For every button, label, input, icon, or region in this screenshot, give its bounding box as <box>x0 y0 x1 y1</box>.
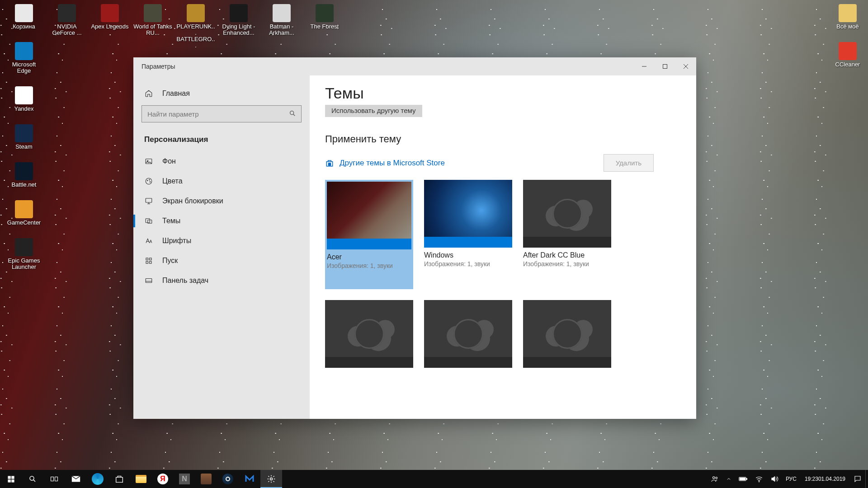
sidebar-item-background[interactable]: Фон <box>133 151 310 171</box>
svg-rect-28 <box>11 476 14 479</box>
app-icon <box>229 4 248 23</box>
store-link[interactable]: Другие темы в Microsoft Store <box>325 159 445 168</box>
theme-subtitle: Изображения: 1, звуки <box>327 262 411 269</box>
desktop-icon[interactable]: The Forest <box>304 2 345 32</box>
svg-point-8 <box>146 178 152 184</box>
app-icon <box>143 4 162 23</box>
desktop-icon[interactable]: Всё моё <box>827 2 868 32</box>
svg-point-37 <box>716 477 717 479</box>
theme-card[interactable] <box>523 300 611 368</box>
theme-name: Windows <box>424 251 512 259</box>
subtitle-banner[interactable]: Использовать другую тему <box>325 105 422 117</box>
desktop-icon-label: Корзина <box>13 23 35 30</box>
tray-volume-icon[interactable] <box>767 470 782 488</box>
desktop-icon[interactable]: World of Tanks RU... <box>132 2 173 38</box>
sidebar-home[interactable]: Главная <box>133 84 310 103</box>
theme-card[interactable] <box>424 300 512 368</box>
taskbar-app-yandex[interactable]: Я <box>152 470 174 488</box>
desktop-icon[interactable]: Dying Light - Enhanced... <box>218 2 259 38</box>
taskbar-app-settings[interactable] <box>260 470 282 488</box>
desktop-icon[interactable]: Microsoft Edge <box>4 40 44 76</box>
sidebar-item-lockscreen[interactable]: Экран блокировки <box>133 191 310 211</box>
theme-subtitle: Изображения: 1, звуки <box>523 260 611 267</box>
taskbar-app-n[interactable]: N <box>174 470 195 488</box>
titlebar[interactable]: Параметры <box>133 57 696 75</box>
show-desktop-button[interactable] <box>865 470 868 488</box>
desktop-wallpaper: КорзинаMicrosoft EdgeYandexSteamBattle.n… <box>0 0 868 488</box>
close-button[interactable] <box>675 57 696 75</box>
tray-people-icon[interactable] <box>707 470 722 488</box>
settings-content: Темы Использовать другую тему Применить … <box>310 75 696 419</box>
sidebar-item-themes[interactable]: Темы <box>133 211 310 231</box>
taskbar-app-steam[interactable] <box>217 470 239 488</box>
sidebar-item-label: Цвета <box>162 177 183 185</box>
tray-language[interactable]: РУС <box>782 470 800 488</box>
desktop-icon[interactable]: Battle.net <box>4 160 44 190</box>
theme-card[interactable] <box>325 300 413 368</box>
desktop-icon[interactable]: Steam <box>4 122 44 152</box>
svg-rect-23 <box>329 163 330 164</box>
taskbar-app-game[interactable] <box>195 470 217 488</box>
delete-button[interactable]: Удалить <box>604 154 654 172</box>
svg-point-11 <box>150 182 151 183</box>
theme-name: Acer <box>327 253 411 261</box>
sidebar-item-colors[interactable]: Цвета <box>133 171 310 191</box>
task-view-button[interactable] <box>43 470 65 488</box>
desktop-icon[interactable]: Yandex <box>4 84 44 114</box>
svg-rect-29 <box>8 479 10 482</box>
desktop-icon[interactable]: Epic Games Launcher <box>4 236 44 272</box>
desktop-icon-label: GameCenter <box>7 220 41 226</box>
svg-rect-27 <box>8 476 10 479</box>
settings-sidebar: Главная Персонализация Фон Цвета Э <box>133 75 310 419</box>
theme-preview <box>523 180 611 248</box>
sidebar-category-heading: Персонализация <box>133 131 310 151</box>
search-icon <box>289 110 296 117</box>
theme-accent-bar <box>424 357 512 368</box>
tray-overflow-icon[interactable] <box>722 470 735 488</box>
svg-rect-40 <box>740 478 745 480</box>
maximize-button[interactable] <box>655 57 675 75</box>
sidebar-item-start[interactable]: Пуск <box>133 251 310 271</box>
theme-accent-bar <box>424 237 512 248</box>
search-input[interactable] <box>142 105 302 122</box>
desktop-icon[interactable]: GameCenter <box>4 198 44 228</box>
tray-battery-icon[interactable] <box>735 470 751 488</box>
svg-point-10 <box>149 179 150 180</box>
taskbar-app-explorer[interactable] <box>130 470 152 488</box>
taskbar-app-malwarebytes[interactable] <box>239 470 260 488</box>
desktop-icon[interactable]: Корзина <box>4 2 44 32</box>
tray-clock[interactable]: 19:23 01.04.2019 <box>800 470 850 488</box>
tray-wifi-icon[interactable] <box>751 470 767 488</box>
svg-line-32 <box>33 480 35 482</box>
desktop-icon-label: CCleaner <box>835 61 860 68</box>
taskbar-app-edge[interactable] <box>87 470 108 488</box>
theme-card[interactable]: After Dark CC BlueИзображения: 1, звуки <box>523 180 611 289</box>
desktop-icon-label: Apex Legends <box>91 23 128 30</box>
theme-card[interactable]: WindowsИзображения: 1, звуки <box>424 180 512 289</box>
svg-rect-24 <box>330 163 330 164</box>
svg-rect-26 <box>330 164 330 165</box>
desktop-icon[interactable]: Batman - Arkham... <box>261 2 302 38</box>
desktop-icon[interactable]: PLAYERUNK... BATTLEGRO... <box>175 2 216 51</box>
desktop-icon[interactable]: NVIDIA GeForce ... <box>47 2 87 38</box>
font-icon <box>144 236 153 245</box>
start-button[interactable] <box>0 470 22 488</box>
svg-rect-17 <box>146 258 148 260</box>
theme-card[interactable]: AcerИзображения: 1, звуки <box>325 180 413 289</box>
taskbar-app-store[interactable] <box>108 470 130 488</box>
app-icon <box>14 86 33 105</box>
tray-notifications-icon[interactable] <box>850 470 865 488</box>
desktop-icon-label: Microsoft Edge <box>5 61 43 74</box>
sidebar-item-fonts[interactable]: Шрифты <box>133 231 310 251</box>
desktop-icon-label: Всё моё <box>836 23 859 30</box>
desktop-icon[interactable]: Apex Legends <box>90 2 130 32</box>
minimize-button[interactable] <box>634 57 655 75</box>
search-button[interactable] <box>22 470 43 488</box>
svg-rect-39 <box>746 478 747 479</box>
taskbar-app-mail[interactable] <box>65 470 87 488</box>
desktop-icon[interactable]: CCleaner <box>827 40 868 70</box>
brush-icon <box>144 216 153 225</box>
svg-point-31 <box>30 476 34 480</box>
sidebar-item-taskbar[interactable]: Панель задач <box>133 271 310 291</box>
app-icon <box>100 4 119 23</box>
